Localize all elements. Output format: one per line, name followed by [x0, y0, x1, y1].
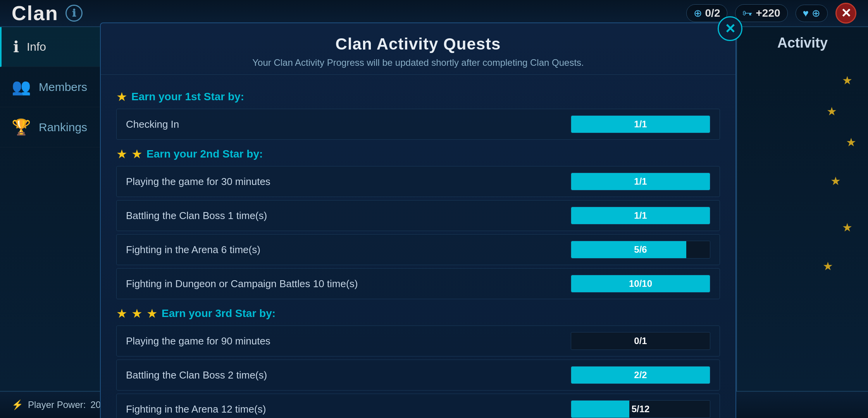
members-sidebar-icon: 👥 [12, 78, 31, 96]
quest-label-checkin: Checking In [126, 118, 179, 130]
progress-bar-clan-boss-1: 1/1 [571, 207, 710, 224]
player-power-label: Player Power: [28, 399, 86, 410]
modal-title: Clan Activity Quests [116, 35, 720, 53]
info-icon[interactable]: ℹ [65, 5, 83, 22]
top-bar-resources: ⊕ 0/2 🗝 +220 ♥ ⊕ ✕ [686, 3, 856, 24]
star-deco-3: ★ [846, 135, 856, 149]
quest-label-arena-6: Fighting in the Arena 6 time(s) [126, 244, 260, 256]
star2-icon-2: ★ [131, 147, 143, 161]
sidebar-label-rankings: Rankings [39, 121, 87, 134]
progress-text-clan-boss-2: 2/2 [571, 367, 710, 384]
activity-panel: Activity ★ ★ ★ ★ ★ ★ [736, 27, 868, 391]
modal-body: ★ Earn your 1st Star by: Checking In 1/1… [101, 75, 735, 418]
plus-icon2: ⊕ [812, 7, 820, 19]
star2-section-header: ★ ★ Earn your 2nd Star by: [116, 147, 720, 161]
plus-icon: ⊕ [694, 7, 702, 19]
quest-label-clan-boss-2: Battling the Clan Boss 2 time(s) [126, 369, 267, 381]
clan-activity-quests-modal: Clan Activity Quests Your Clan Activity … [100, 22, 736, 418]
quest-row-dungeon-10: Fighting in Dungeon or Campaign Battles … [116, 268, 720, 299]
star1-label: Earn your 1st Star by: [131, 91, 244, 103]
star3-icon-1: ★ [116, 306, 127, 321]
quest-row-clan-boss-1: Battling the Clan Boss 1 time(s) 1/1 [116, 200, 720, 231]
sidebar-item-rankings[interactable]: 🏆 Rankings [0, 107, 100, 147]
quest-label-clan-boss-1: Battling the Clan Boss 1 time(s) [126, 210, 267, 222]
progress-text-checkin: 1/1 [571, 116, 710, 133]
resource-keys: 🗝 +220 [735, 4, 787, 22]
star3-section-header: ★ ★ ★ Earn your 3rd Star by: [116, 306, 720, 321]
sidebar: ℹ Info 👥 Members 🏆 Rankings [0, 27, 101, 391]
quest-row-clan-boss-2: Battling the Clan Boss 2 time(s) 2/2 [116, 360, 720, 391]
heart-icon: ♥ [803, 7, 809, 19]
modal-close-button[interactable]: ✕ [718, 16, 742, 41]
star1-icon-1: ★ [116, 89, 127, 104]
page-title: Clan [12, 2, 59, 25]
info-sidebar-icon: ℹ [13, 38, 19, 56]
progress-bar-90min: 0/1 [571, 332, 710, 350]
progress-bar-30min: 1/1 [571, 173, 710, 190]
quest-row-checkin: Checking In 1/1 [116, 109, 720, 140]
top-close-button[interactable]: ✕ [835, 3, 856, 24]
modal-header: Clan Activity Quests Your Clan Activity … [101, 23, 735, 75]
sidebar-item-members[interactable]: 👥 Members [0, 67, 100, 107]
progress-text-90min: 0/1 [571, 332, 710, 349]
sidebar-label-info: Info [27, 40, 46, 53]
quest-row-arena-12: Fighting in the Arena 12 time(s) 5/12 [116, 394, 720, 418]
quest-label-90min: Playing the game for 90 minutes [126, 335, 270, 347]
progress-bar-dungeon-10: 10/10 [571, 275, 710, 293]
quest-label-dungeon-10: Fighting in Dungeon or Campaign Battles … [126, 278, 358, 290]
progress-bar-arena-12: 5/12 [571, 400, 710, 418]
star3-icon-2: ★ [131, 306, 143, 321]
star-deco-6: ★ [823, 259, 833, 273]
resource-hearts: ♥ ⊕ [796, 5, 828, 22]
star2-label: Earn your 2nd Star by: [146, 148, 263, 160]
star-deco-1: ★ [842, 74, 852, 87]
star1-section-header: ★ Earn your 1st Star by: [116, 89, 720, 104]
activity-title: Activity [745, 35, 860, 51]
progress-text-30min: 1/1 [571, 173, 710, 190]
rankings-sidebar-icon: 🏆 [12, 118, 31, 136]
progress-text-dungeon-10: 10/10 [571, 275, 710, 292]
progress-bar-arena-6: 5/6 [571, 241, 710, 259]
star3-icon-3: ★ [146, 306, 158, 321]
key-icon: 🗝 [742, 7, 753, 19]
progress-bar-checkin: 1/1 [571, 115, 710, 133]
player-power-icon: ⚡ [12, 399, 23, 410]
star3-label: Earn your 3rd Star by: [162, 307, 276, 320]
members-count: 0/2 [705, 7, 720, 19]
star-deco-5: ★ [842, 221, 852, 234]
quest-label-30min: Playing the game for 30 minutes [126, 176, 270, 188]
modal-subtitle: Your Clan Activity Progress will be upda… [116, 57, 720, 68]
progress-text-arena-6: 5/6 [571, 241, 710, 258]
quest-label-arena-12: Fighting in the Arena 12 time(s) [126, 403, 266, 415]
star2-icon-1: ★ [116, 147, 127, 161]
keys-value: +220 [756, 7, 780, 19]
quest-row-arena-6: Fighting in the Arena 6 time(s) 5/6 [116, 234, 720, 265]
star-deco-4: ★ [830, 174, 841, 188]
progress-bar-clan-boss-2: 2/2 [571, 366, 710, 384]
progress-text-arena-12: 5/12 [571, 401, 710, 418]
progress-text-clan-boss-1: 1/1 [571, 207, 710, 224]
quest-row-90min: Playing the game for 90 minutes 0/1 [116, 325, 720, 356]
sidebar-label-members: Members [39, 81, 87, 94]
quest-row-30min: Playing the game for 30 minutes 1/1 [116, 166, 720, 197]
sidebar-item-info[interactable]: ℹ Info [0, 27, 100, 67]
star-deco-2: ★ [827, 104, 837, 118]
